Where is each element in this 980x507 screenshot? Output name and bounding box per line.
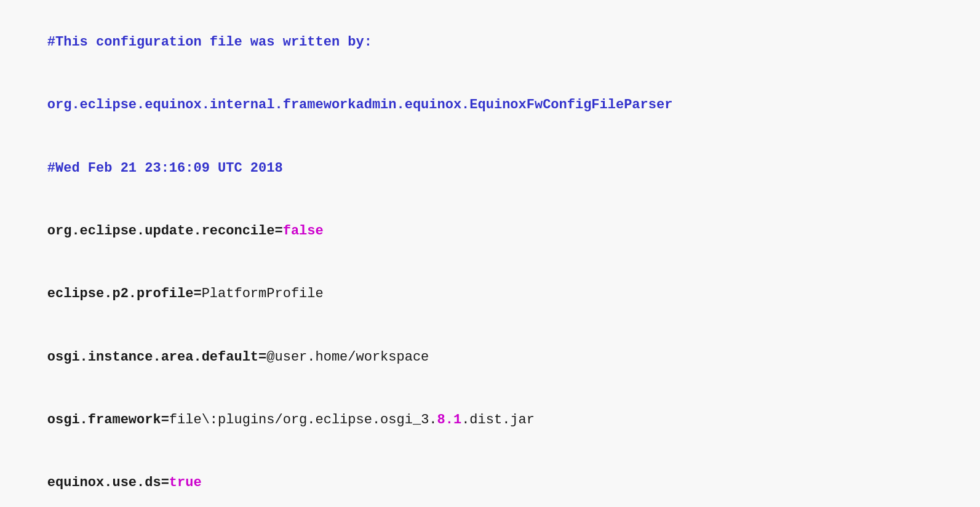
equals-6: = — [258, 349, 266, 365]
comment-line-1: #This configuration file was written by: — [47, 34, 372, 50]
line-6: osgi.instance.area.default=@user.home/wo… — [15, 325, 965, 388]
value-false: false — [283, 223, 324, 239]
equals-8: = — [161, 475, 169, 490]
value-userhome: @user.home/workspace — [266, 349, 429, 365]
comment-line-3: #Wed Feb 21 23:16:09 UTC 2018 — [47, 161, 283, 176]
equals-4: = — [274, 223, 282, 239]
line-5: eclipse.p2.profile=PlatformProfile — [15, 263, 965, 325]
equals-7: = — [161, 412, 169, 428]
equals-5: = — [193, 286, 201, 301]
key-p2profile: eclipse.p2.profile — [47, 286, 194, 301]
key-instance-area: osgi.instance.area.default — [47, 349, 258, 365]
value-osgi-post: .dist.jar — [461, 412, 535, 428]
value-osgi-version: 8.1 — [437, 412, 462, 428]
key-osgi-framework: osgi.framework — [47, 412, 161, 428]
line-1: #This configuration file was written by: — [15, 11, 965, 74]
line-2: org.eclipse.equinox.internal.frameworkad… — [15, 74, 965, 137]
value-true-ds: true — [169, 475, 202, 490]
line-8: equinox.use.ds=true — [15, 452, 965, 507]
key-equinox-ds: equinox.use.ds — [47, 475, 161, 490]
comment-line-2: org.eclipse.equinox.internal.frameworkad… — [47, 97, 673, 113]
value-platformprofile: PlatformProfile — [202, 286, 324, 301]
value-osgi-pre: file\:plugins/org.eclipse.osgi_3. — [169, 412, 437, 428]
line-3: #Wed Feb 21 23:16:09 UTC 2018 — [15, 137, 965, 200]
key-reconcile: org.eclipse.update.reconcile — [47, 223, 275, 239]
line-4: org.eclipse.update.reconcile=false — [15, 200, 965, 263]
config-file-content: #This configuration file was written by:… — [15, 11, 965, 507]
line-7: osgi.framework=file\:plugins/org.eclipse… — [15, 389, 965, 452]
